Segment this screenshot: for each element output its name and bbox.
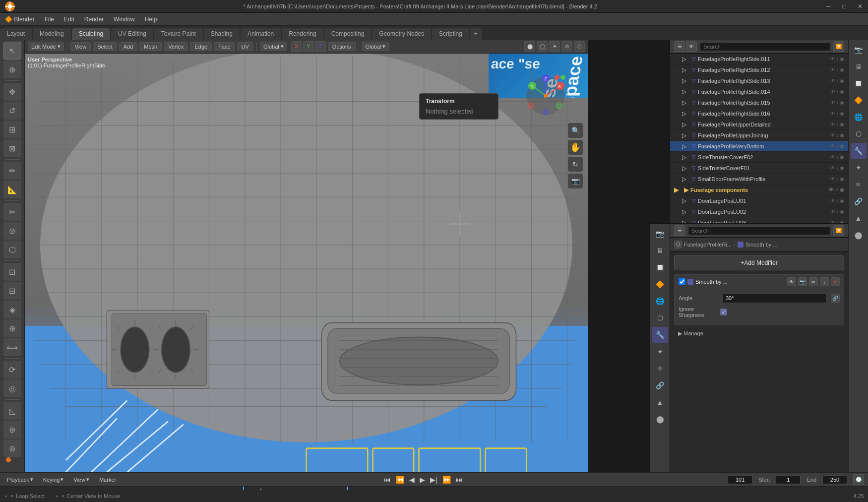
prop-modifier[interactable]: 🔧 — [851, 143, 867, 159]
tool-inset[interactable]: ⊟ — [3, 282, 21, 300]
outliner-filter-icon[interactable]: 🔽 — [833, 41, 844, 52]
nav-camera[interactable]: 📷 — [568, 174, 583, 188]
face-button[interactable]: Face — [214, 42, 235, 51]
tool-poly-build[interactable]: ⬡ — [3, 241, 21, 258]
timeline-clock-icon[interactable]: 🕐 — [853, 474, 864, 485]
marker-button[interactable]: Marker — [96, 476, 119, 484]
snap-dropdown[interactable]: Global ▾ — [362, 42, 389, 51]
tab-compositing[interactable]: Compositing — [324, 28, 372, 40]
nav-pan[interactable]: ✋ — [568, 140, 583, 155]
start-frame-input[interactable]: 1 — [776, 475, 801, 484]
current-frame-display[interactable]: 101 — [728, 475, 752, 484]
list-item[interactable]: ▷ ▽ FuselageProfileRightSide.016 👁↓◉ — [670, 108, 848, 119]
tool-bevel[interactable]: ◈ — [3, 301, 21, 318]
playback-button[interactable]: Playback ▾ — [4, 475, 36, 484]
outliner-filter-btn[interactable]: ☰ — [674, 41, 685, 52]
list-item[interactable]: ▷ ▽ FuselageProfileRightSide.013 👁↓◉ — [670, 75, 848, 86]
nav-zoom[interactable]: 🔍 — [568, 123, 583, 138]
viewport-overlay[interactable]: ⊙ — [561, 41, 572, 52]
tool-cursor[interactable]: ⊕ — [3, 61, 21, 78]
prop-side-world[interactable]: 🌐 — [652, 293, 668, 309]
modifier-enabled-checkbox[interactable] — [679, 278, 685, 285]
transport-prev-key[interactable]: ⏪ — [394, 475, 406, 485]
collection-item[interactable]: ▶ ▶ Fuselage components 👁✓◉ — [670, 185, 848, 195]
tab-add-button[interactable]: + — [470, 28, 482, 40]
nav-orbit[interactable]: ↻ — [568, 157, 583, 172]
options-button[interactable]: Options — [328, 42, 356, 51]
list-item[interactable]: ▷ ▽ FuselageProfileRightSide.015 👁↓◉ — [670, 97, 848, 108]
select-button[interactable]: Select — [93, 42, 117, 51]
transport-play[interactable]: ▶ — [418, 475, 427, 485]
mode-dropdown[interactable]: Edit Mode ▾ — [28, 42, 64, 51]
minimize-button[interactable]: ─ — [820, 0, 836, 13]
prop-side-physics[interactable]: ⚛ — [652, 361, 668, 376]
transport-first[interactable]: ⏮ — [382, 475, 393, 485]
tab-scripting[interactable]: Scripting — [432, 28, 469, 40]
prop-world[interactable]: 🌐 — [851, 109, 867, 125]
prop-material[interactable]: ⬤ — [851, 227, 867, 243]
list-item[interactable]: ▷ ▽ FuselageProfileUpperDetailed 👁↓◉ — [670, 119, 848, 130]
tab-modeling[interactable]: Modeling — [33, 28, 71, 40]
outliner-search-input[interactable] — [700, 42, 830, 51]
prop-render[interactable]: 📷 — [851, 42, 867, 58]
list-item[interactable]: ▷ ▽ FuselageProfileRightSide.012 👁↓◉ — [670, 64, 848, 75]
outliner-view-btn[interactable]: 👁 — [686, 41, 697, 52]
modifier-edit-btn[interactable]: ✏ — [809, 277, 818, 286]
tab-geometry-nodes[interactable]: Geometry Nodes — [372, 28, 431, 40]
viewport-shade-mat[interactable]: ◯ — [537, 41, 548, 52]
tool-knife[interactable]: ✂ — [3, 203, 21, 221]
tool-push-pull[interactable]: ⊚ — [3, 439, 21, 457]
transport-prev[interactable]: ◀ — [407, 475, 417, 485]
tab-uv-editing[interactable]: UV Editing — [111, 28, 153, 40]
prop-side-constraints[interactable]: 🔗 — [652, 377, 668, 393]
transport-next-key[interactable]: ⏩ — [440, 475, 453, 485]
prop-side-particles[interactable]: ✦ — [652, 344, 668, 360]
tool-transform[interactable]: ⊠ — [3, 139, 21, 157]
prop-side-material[interactable]: ⬤ — [652, 411, 668, 427]
list-item-selected[interactable]: ▷ ▽ FuselageProfileVeryBottom 👁↓◉ — [670, 141, 848, 152]
list-item[interactable]: ▷ ▽ FuselageProfileUpperJoining 👁↓◉ — [670, 130, 848, 141]
orientation-dropdown[interactable]: Global ▾ — [260, 42, 287, 51]
angle-value[interactable]: 30° — [722, 293, 827, 303]
modifier-header[interactable]: Smooth by ... 👁 📷 ✏ ↓ ✕ — [675, 275, 844, 289]
tool-move[interactable]: ✥ — [3, 83, 21, 101]
modifier-apply-btn[interactable]: ↓ — [820, 277, 829, 286]
y-axis-button[interactable]: Y — [303, 41, 314, 52]
prop-side-render[interactable]: 📷 — [652, 226, 668, 242]
tab-sculpting[interactable]: Sculpting — [72, 28, 110, 40]
prop-side-scene[interactable]: 🔶 — [652, 276, 668, 292]
prop-view-layer[interactable]: 🔲 — [851, 75, 867, 91]
maximize-button[interactable]: □ — [836, 0, 852, 13]
list-item[interactable]: ▷ ▽ SideThrusterCoverF02 👁↓◉ — [670, 152, 848, 163]
prop-particles[interactable]: ✦ — [851, 160, 867, 176]
tool-edge-slide[interactable]: ⟺ — [3, 338, 21, 356]
prop-constraints[interactable]: 🔗 — [851, 193, 867, 209]
viewport-shade-render[interactable]: ☀ — [549, 41, 560, 52]
ignore-sharpness-checkbox[interactable]: ✓ — [720, 309, 727, 315]
transport-next[interactable]: ▶| — [428, 475, 439, 485]
manage-section[interactable]: ▶ Manage — [674, 328, 844, 339]
view-button-timeline[interactable]: View ▾ — [70, 475, 92, 484]
uv-button[interactable]: UV — [237, 42, 253, 51]
list-item[interactable]: ▷ ▽ SmallDoorFrameWithProfile 👁↓◉ — [670, 174, 848, 185]
add-modifier-button[interactable]: + Add Modifier — [674, 255, 844, 270]
tool-smooth-vertex[interactable]: ◎ — [3, 379, 21, 397]
list-item[interactable]: ▷ ▽ SideTrusterCoverF01 👁↓◉ — [670, 163, 848, 174]
end-frame-input[interactable]: 250 — [822, 475, 847, 484]
tool-spin[interactable]: ⟳ — [3, 361, 21, 378]
x-axis-button[interactable]: X — [291, 41, 302, 52]
prop-scene[interactable]: 🔶 — [851, 92, 867, 108]
list-item[interactable]: ▷ ▽ FuselageProfileRightSide.014 👁↓◉ — [670, 86, 848, 97]
modifier-view-btn[interactable]: 👁 — [787, 277, 796, 286]
viewport-gizmo[interactable]: X Y Z — [523, 73, 568, 118]
menu-help[interactable]: Help — [140, 13, 162, 26]
menu-edit[interactable]: Edit — [59, 13, 79, 26]
prop-data[interactable]: ▲ — [851, 210, 867, 226]
list-item[interactable]: ▷ ▽ DoorLargePosLU01 👁↓◉ — [670, 195, 848, 206]
tool-measure[interactable]: 📐 — [3, 181, 21, 198]
add-button[interactable]: Add — [119, 42, 138, 51]
prop-side-modifier[interactable]: 🔧 — [652, 327, 668, 343]
list-item[interactable]: ▷ ▽ DoorLargePosLU02 👁↓◉ — [670, 206, 848, 217]
prop-side-output[interactable]: 🖥 — [652, 243, 668, 258]
prop-side-data[interactable]: ▲ — [652, 394, 668, 410]
